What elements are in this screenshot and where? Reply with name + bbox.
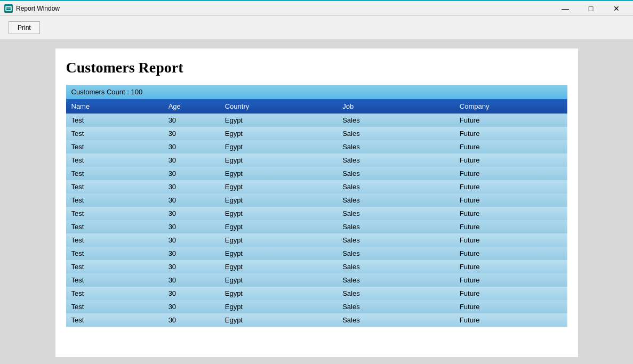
cell-age: 30 [163, 287, 220, 300]
report-container[interactable]: Customers Report Customers Count : 100 N… [55, 48, 578, 357]
table-row: Test30EgyptSalesFuture [66, 233, 567, 247]
cell-country: Egypt [220, 193, 337, 207]
cell-job: Sales [337, 207, 454, 220]
table-row: Test30EgyptSalesFuture [66, 273, 567, 287]
cell-country: Egypt [220, 300, 337, 313]
cell-country: Egypt [220, 114, 337, 127]
window-title: Report Window [16, 5, 60, 12]
cell-country: Egypt [220, 140, 337, 153]
table-row: Test30EgyptSalesFuture [66, 207, 567, 220]
cell-company: Future [454, 140, 567, 153]
cell-name: Test [66, 233, 163, 247]
minimize-button[interactable]: — [553, 1, 578, 17]
table-row: Test30EgyptSalesFuture [66, 287, 567, 300]
title-bar: Report Window — □ ✕ [0, 0, 633, 16]
cell-country: Egypt [220, 220, 337, 233]
table-row: Test30EgyptSalesFuture [66, 300, 567, 313]
report-title: Customers Report [66, 59, 567, 76]
cell-job: Sales [337, 233, 454, 247]
cell-age: 30 [163, 233, 220, 247]
cell-job: Sales [337, 247, 454, 260]
cell-job: Sales [337, 140, 454, 153]
main-area: Customers Report Customers Count : 100 N… [0, 40, 633, 364]
cell-age: 30 [163, 247, 220, 260]
col-header-country: Country [220, 99, 337, 114]
cell-name: Test [66, 220, 163, 233]
cell-company: Future [454, 114, 567, 127]
cell-age: 30 [163, 180, 220, 193]
table-row: Test30EgyptSalesFuture [66, 180, 567, 193]
app-icon [4, 4, 13, 13]
cell-company: Future [454, 233, 567, 247]
cell-name: Test [66, 287, 163, 300]
table-body: Test30EgyptSalesFutureTest30EgyptSalesFu… [66, 114, 567, 327]
col-header-name: Name [66, 99, 163, 114]
cell-job: Sales [337, 273, 454, 287]
customers-count-bar: Customers Count : 100 [66, 85, 567, 99]
cell-name: Test [66, 180, 163, 193]
cell-age: 30 [163, 260, 220, 273]
cell-age: 30 [163, 114, 220, 127]
table-row: Test30EgyptSalesFuture [66, 193, 567, 207]
col-header-job: Job [337, 99, 454, 114]
print-button[interactable]: Print [9, 21, 40, 34]
cell-job: Sales [337, 180, 454, 193]
cell-name: Test [66, 114, 163, 127]
cell-job: Sales [337, 193, 454, 207]
cell-age: 30 [163, 193, 220, 207]
cell-country: Egypt [220, 233, 337, 247]
cell-country: Egypt [220, 180, 337, 193]
cell-job: Sales [337, 127, 454, 140]
cell-age: 30 [163, 220, 220, 233]
cell-company: Future [454, 193, 567, 207]
cell-name: Test [66, 207, 163, 220]
cell-name: Test [66, 313, 163, 327]
cell-job: Sales [337, 300, 454, 313]
cell-name: Test [66, 127, 163, 140]
cell-age: 30 [163, 207, 220, 220]
col-header-age: Age [163, 99, 220, 114]
table-row: Test30EgyptSalesFuture [66, 140, 567, 153]
cell-job: Sales [337, 287, 454, 300]
col-header-company: Company [454, 99, 567, 114]
cell-job: Sales [337, 313, 454, 327]
cell-name: Test [66, 193, 163, 207]
cell-company: Future [454, 153, 567, 167]
cell-country: Egypt [220, 273, 337, 287]
table-row: Test30EgyptSalesFuture [66, 260, 567, 273]
cell-name: Test [66, 273, 163, 287]
table-row: Test30EgyptSalesFuture [66, 313, 567, 327]
report-content: Customers Report Customers Count : 100 N… [55, 48, 578, 327]
cell-name: Test [66, 140, 163, 153]
svg-rect-0 [6, 6, 11, 11]
report-table: Name Age Country Job Company Test30Egypt… [66, 99, 567, 327]
cell-age: 30 [163, 273, 220, 287]
close-button[interactable]: ✕ [604, 1, 629, 17]
maximize-button[interactable]: □ [579, 1, 603, 17]
toolbar: Print [0, 16, 633, 40]
cell-company: Future [454, 260, 567, 273]
cell-job: Sales [337, 260, 454, 273]
cell-company: Future [454, 300, 567, 313]
cell-age: 30 [163, 300, 220, 313]
cell-country: Egypt [220, 167, 337, 180]
title-bar-left: Report Window [4, 4, 60, 13]
window-controls: — □ ✕ [553, 1, 629, 17]
cell-country: Egypt [220, 260, 337, 273]
cell-job: Sales [337, 220, 454, 233]
cell-job: Sales [337, 167, 454, 180]
cell-name: Test [66, 167, 163, 180]
cell-age: 30 [163, 140, 220, 153]
cell-company: Future [454, 167, 567, 180]
cell-company: Future [454, 180, 567, 193]
table-row: Test30EgyptSalesFuture [66, 127, 567, 140]
table-row: Test30EgyptSalesFuture [66, 220, 567, 233]
cell-name: Test [66, 260, 163, 273]
cell-name: Test [66, 247, 163, 260]
cell-country: Egypt [220, 127, 337, 140]
table-row: Test30EgyptSalesFuture [66, 153, 567, 167]
cell-company: Future [454, 127, 567, 140]
cell-age: 30 [163, 167, 220, 180]
cell-company: Future [454, 313, 567, 327]
cell-company: Future [454, 220, 567, 233]
